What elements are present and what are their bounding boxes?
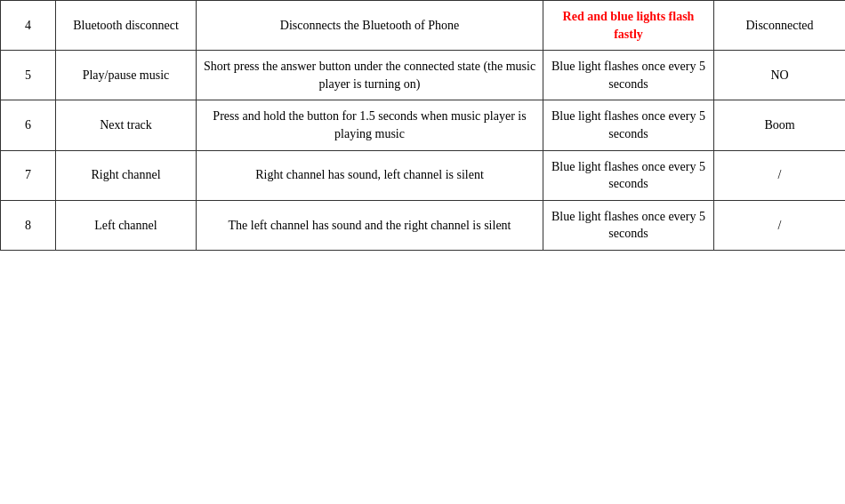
row-description: The left channel has sound and the right…: [197, 200, 543, 250]
row-indicator: Blue light flashes once every 5 seconds: [543, 100, 714, 150]
row-num: 8: [1, 200, 56, 250]
row-description: Press and hold the button for 1.5 second…: [197, 100, 543, 150]
row-description: Right channel has sound, left channel is…: [197, 150, 543, 200]
row-name: Right channel: [56, 150, 197, 200]
row-result: Boom: [714, 100, 846, 150]
main-table: 4Bluetooth disconnectDisconnects the Blu…: [0, 0, 845, 251]
row-description: Short press the answer button under the …: [197, 51, 543, 100]
row-num: 4: [1, 1, 56, 51]
row-indicator: Blue light flashes once every 5 seconds: [543, 51, 714, 100]
row-name: Next track: [56, 100, 197, 150]
row-result: Disconnected: [714, 1, 846, 51]
row-name: Play/pause music: [56, 51, 197, 100]
row-result: /: [714, 150, 846, 200]
row-indicator: Red and blue lights flash fastly: [543, 1, 714, 51]
row-indicator: Blue light flashes once every 5 seconds: [543, 200, 714, 250]
row-result: /: [714, 200, 846, 250]
row-result: NO: [714, 51, 846, 100]
row-num: 7: [1, 150, 56, 200]
row-name: Bluetooth disconnect: [56, 1, 197, 51]
row-num: 5: [1, 51, 56, 100]
row-num: 6: [1, 100, 56, 150]
row-description: Disconnects the Bluetooth of Phone: [197, 1, 543, 51]
row-name: Left channel: [56, 200, 197, 250]
row-indicator: Blue light flashes once every 5 seconds: [543, 150, 714, 200]
